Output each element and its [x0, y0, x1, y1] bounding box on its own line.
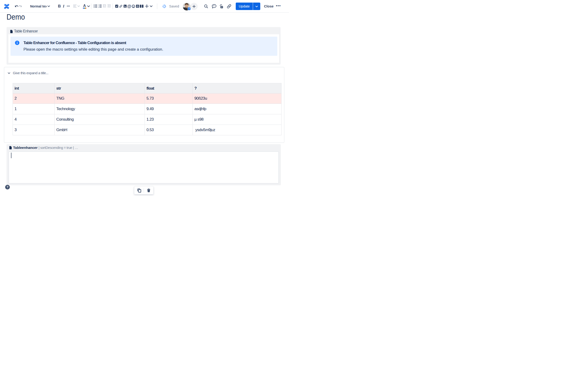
svg-text:1: 1 — [98, 4, 99, 6]
svg-text:2: 2 — [98, 6, 99, 8]
